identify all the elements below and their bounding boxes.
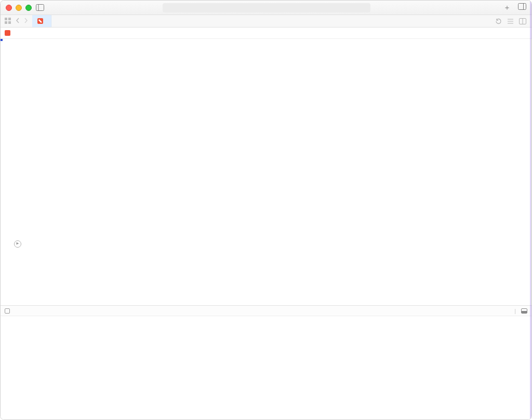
swift-file-icon: [5, 30, 10, 36]
add-button[interactable]: ＋: [503, 3, 511, 12]
svg-rect-0: [36, 5, 44, 11]
cursor-position: [506, 308, 509, 314]
sidebar-toggle-icon[interactable]: [36, 4, 44, 11]
editor-area: ▶: [1, 39, 531, 305]
status-bar: |: [1, 305, 531, 316]
editor-scrollbar[interactable]: [531, 39, 531, 305]
results-gutter: [516, 39, 530, 305]
svg-rect-4: [5, 18, 7, 20]
swift-file-icon: [37, 18, 43, 24]
related-items-icon[interactable]: [5, 18, 11, 24]
run-line-button[interactable]: ▶: [14, 240, 21, 248]
tab-bar-right: [490, 18, 531, 24]
window-controls: [6, 5, 32, 11]
debug-view-icon[interactable]: [5, 308, 10, 314]
svg-rect-5: [8, 18, 11, 20]
toggle-console-icon[interactable]: [521, 308, 527, 314]
nav-forward-icon[interactable]: [24, 18, 28, 24]
minimize-window-button[interactable]: [16, 5, 22, 11]
refresh-icon[interactable]: [495, 18, 502, 24]
svg-rect-7: [8, 21, 11, 24]
tab-stringformatting[interactable]: [32, 15, 51, 27]
app-window: ＋: [0, 0, 532, 420]
nav-back-icon[interactable]: [16, 18, 20, 24]
titlebar: ＋: [1, 1, 531, 15]
status-right: |: [506, 308, 527, 314]
zoom-window-button[interactable]: [25, 5, 32, 11]
library-icon[interactable]: [518, 3, 526, 12]
svg-rect-2: [518, 3, 526, 9]
status-divider: |: [514, 308, 516, 314]
adjust-editor-icon[interactable]: [507, 18, 514, 24]
svg-rect-6: [5, 21, 7, 24]
code-editor[interactable]: ▶: [1, 39, 531, 305]
tab-bar: [1, 15, 531, 28]
console-output[interactable]: [1, 316, 531, 419]
split-editor-icon[interactable]: [519, 18, 526, 24]
selection-highlight: [1, 39, 3, 41]
close-window-button[interactable]: [6, 5, 12, 11]
jump-bar[interactable]: [1, 28, 531, 39]
titlebar-right: ＋: [503, 3, 526, 12]
nav-controls: [1, 18, 32, 24]
window-title[interactable]: [163, 3, 370, 12]
